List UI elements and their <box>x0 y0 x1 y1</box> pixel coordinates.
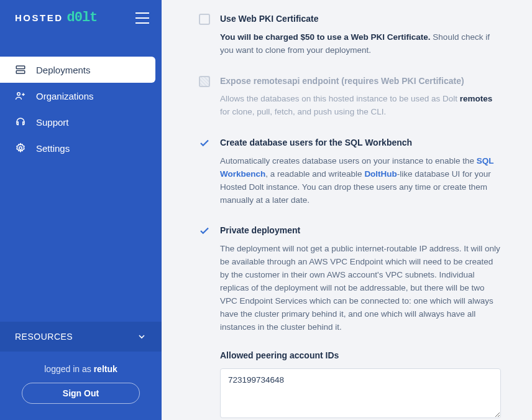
support-icon <box>15 116 26 128</box>
sidebar-item-deployments[interactable]: Deployments <box>0 57 155 83</box>
sidebar-item-organizations[interactable]: Organizations <box>0 83 162 109</box>
logged-in-text: logged in as reltuk <box>15 364 147 374</box>
sidebar-item-settings[interactable]: Settings <box>0 135 162 161</box>
dbusers-title: Create database users for the SQL Workbe… <box>220 136 501 150</box>
settings-icon <box>15 142 26 154</box>
option-private: Private deployment The deployment will n… <box>199 224 501 420</box>
svg-rect-1 <box>16 71 25 74</box>
sidebar-item-label: Organizations <box>36 91 94 101</box>
dbusers-checkbox[interactable] <box>199 138 210 149</box>
sidebar-header: HOSTED d0lt <box>0 0 162 38</box>
sidebar-item-label: Settings <box>36 143 70 154</box>
remotesapi-checkbox <box>199 76 210 87</box>
private-desc: The deployment will not get a public int… <box>220 243 501 334</box>
private-title: Private deployment <box>220 224 501 238</box>
remotesapi-title: Expose remotesapi endpoint (requires Web… <box>220 75 501 88</box>
svg-rect-0 <box>16 66 25 69</box>
peering-account-ids-input[interactable] <box>220 368 501 418</box>
sidebar: HOSTED d0lt Deployments <box>0 0 162 420</box>
logged-in-user: reltuk <box>94 364 117 374</box>
brand-dolt-text: d0lt <box>67 10 98 26</box>
webpki-title: Use Web PKI Certificate <box>220 12 501 26</box>
chevron-down-icon <box>137 332 147 342</box>
private-checkbox[interactable] <box>199 225 210 236</box>
dbusers-desc: Automatically creates database users on … <box>220 155 501 207</box>
brand-hosted-text: HOSTED <box>15 12 63 23</box>
main-content: Use Web PKI Certificate You will be char… <box>162 0 532 420</box>
resources-toggle[interactable]: RESOURCES <box>0 322 162 352</box>
brand-logo[interactable]: HOSTED d0lt <box>15 10 97 26</box>
signout-button[interactable]: Sign Out <box>22 383 140 404</box>
deployments-icon <box>15 64 26 75</box>
svg-point-2 <box>17 93 21 96</box>
organizations-icon <box>15 90 26 101</box>
svg-point-5 <box>19 147 22 150</box>
sidebar-nav: Deployments Organizations <box>0 57 162 161</box>
sidebar-item-support[interactable]: Support <box>0 109 162 135</box>
option-dbusers: Create database users for the SQL Workbe… <box>199 136 501 207</box>
option-remotesapi: Expose remotesapi endpoint (requires Web… <box>199 75 501 119</box>
webpki-checkbox[interactable] <box>199 14 210 25</box>
dolthub-link[interactable]: DoltHub <box>364 169 397 179</box>
webpki-desc: You will be charged $50 to use a Web PKI… <box>220 31 501 57</box>
sidebar-item-label: Support <box>36 117 69 128</box>
peering-label: Allowed peering account IDs <box>220 349 501 363</box>
remotesapi-desc: Allows the databases on this hosted inst… <box>220 93 501 119</box>
option-webpki: Use Web PKI Certificate You will be char… <box>199 12 501 57</box>
resources-label: RESOURCES <box>15 332 73 342</box>
sidebar-item-label: Deployments <box>36 65 91 75</box>
sidebar-footer: logged in as reltuk Sign Out <box>0 352 162 420</box>
hamburger-menu-icon[interactable] <box>135 12 149 24</box>
